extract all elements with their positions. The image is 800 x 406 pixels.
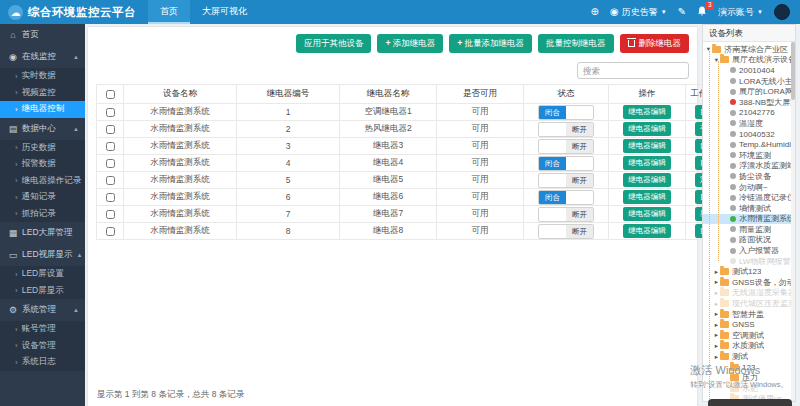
sidebar-subitem[interactable]: ›抓拍记录 xyxy=(0,206,85,223)
tree-node[interactable]: ▸GNSS设备，勿动勿改 xyxy=(703,277,795,288)
relay-state-toggle[interactable]: 断开 xyxy=(538,122,594,137)
apply-to-other-device-button[interactable]: 应用于其他设备 xyxy=(296,34,372,53)
notification-bell[interactable]: 3 xyxy=(697,6,707,19)
sidebar-subitem[interactable]: ›视频监控 xyxy=(0,85,85,102)
fullscreen-icon[interactable]: ⊕ xyxy=(591,7,599,17)
tree-toggle-icon[interactable]: ▸ xyxy=(713,331,720,339)
relay-state-toggle[interactable]: 闭合 xyxy=(538,190,594,205)
row-checkbox[interactable] xyxy=(106,176,115,185)
tree-node[interactable]: 扬尘设备 xyxy=(703,171,795,182)
tree-node[interactable]: 入户报警器 xyxy=(703,245,795,256)
tree-toggle-icon[interactable]: ▾ xyxy=(705,45,712,53)
relay-edit-button[interactable]: 继电器编辑 xyxy=(623,156,671,170)
sidebar-subitem[interactable]: ›继电器控制 xyxy=(0,101,85,118)
tree-toggle-icon[interactable]: ▸ xyxy=(713,310,720,318)
tree-node[interactable]: 墒情测试 xyxy=(703,203,795,214)
scrollbar-thumb[interactable] xyxy=(791,42,795,100)
tree-node[interactable]: 21042776 xyxy=(703,108,795,119)
relay-edit-button[interactable]: 继电器编辑 xyxy=(623,105,671,119)
tree-node[interactable]: ▸GNSS xyxy=(703,319,795,330)
sidebar-subitem[interactable]: ›通知记录 xyxy=(0,189,85,206)
tree-node[interactable]: 温湿度 xyxy=(703,118,795,129)
sidebar-subitem[interactable]: ›系统日志 xyxy=(0,354,85,371)
row-checkbox[interactable] xyxy=(106,193,115,202)
relay-edit-button[interactable]: 继电器编辑 xyxy=(623,139,671,153)
tree-node[interactable]: 路面状况 xyxy=(703,235,795,246)
relay-state-toggle[interactable]: 断开 xyxy=(538,139,594,154)
relay-state-toggle[interactable]: 断开 xyxy=(538,224,594,239)
tree-toggle-icon[interactable]: ▸ xyxy=(713,289,720,297)
sidebar-item-system-mgmt[interactable]: ⚙系统管理▲ xyxy=(0,299,85,321)
sidebar-subitem[interactable]: ›LED屏显示 xyxy=(0,283,85,300)
relay-edit-button[interactable]: 继电器编辑 xyxy=(623,190,671,204)
relay-edit-button[interactable]: 继电器编辑 xyxy=(623,207,671,221)
panel-scrollbar[interactable] xyxy=(791,42,795,401)
sidebar-subitem[interactable]: ›历史数据 xyxy=(0,140,85,157)
row-checkbox[interactable] xyxy=(106,125,115,134)
sidebar-subitem[interactable]: ›LED屏设置 xyxy=(0,266,85,283)
tree-node[interactable]: LW物联网报警器-1 xyxy=(703,256,795,267)
row-checkbox[interactable] xyxy=(106,142,115,151)
account-dropdown[interactable]: 演示账号 ▼ xyxy=(718,6,763,19)
tree-node[interactable]: 压力 xyxy=(703,372,795,383)
tree-node[interactable]: ▸现代城区压差监测小站（勿动） xyxy=(703,298,795,309)
relay-edit-button[interactable]: 继电器编辑 xyxy=(623,224,671,238)
tree-toggle-icon[interactable]: ▸ xyxy=(713,342,720,350)
tree-toggle-icon[interactable]: ▸ xyxy=(713,278,720,286)
tree-node[interactable]: 20010404 xyxy=(703,65,795,76)
tree-node[interactable]: 展厅的LORA网关 xyxy=(703,86,795,97)
tree-node[interactable]: 水雨情监测系统 xyxy=(703,214,795,225)
tree-node[interactable]: ▸无线温湿度采集器1-101 xyxy=(703,288,795,299)
tree-node[interactable]: 388-NB型大屏温湿度 xyxy=(703,97,795,108)
tree-toggle-icon[interactable]: ▸ xyxy=(713,353,720,361)
tree-node[interactable]: 雨量监测 xyxy=(703,224,795,235)
relay-state-toggle[interactable]: 闭合 xyxy=(538,156,594,171)
edit-icon[interactable]: ✎ xyxy=(678,7,686,17)
sidebar-subitem[interactable]: ›设备管理 xyxy=(0,338,85,355)
tree-node[interactable]: ▾展厅在线演示设备（勿动） xyxy=(703,55,795,66)
sidebar-item-led-display[interactable]: ▭LED视屏显示▲ xyxy=(0,244,85,266)
row-checkbox[interactable] xyxy=(106,210,115,219)
tree-toggle-icon[interactable]: ▸ xyxy=(713,268,720,276)
select-all-checkbox[interactable] xyxy=(106,90,115,99)
tree-node[interactable]: 浮漂水质监测站 xyxy=(703,161,795,172)
tree-node[interactable]: 123 xyxy=(703,362,795,373)
tree-node[interactable]: 勿动啊~ xyxy=(703,182,795,193)
relay-edit-button[interactable]: 继电器编辑 xyxy=(623,122,671,136)
sidebar-subitem[interactable]: ›报警数据 xyxy=(0,156,85,173)
sidebar-subitem[interactable]: ›继电器操作记录 xyxy=(0,173,85,190)
tree-node[interactable]: ▸测试123 xyxy=(703,266,795,277)
avatar[interactable] xyxy=(774,4,790,20)
tree-node[interactable]: LORA无线小主机 xyxy=(703,76,795,87)
add-relay-button[interactable]: +添加继电器 xyxy=(377,34,443,53)
sidebar-item-data-center[interactable]: ▤数据中心▲ xyxy=(0,118,85,140)
tree-toggle-icon[interactable]: ▾ xyxy=(713,56,720,64)
sidebar-subitem[interactable]: ›账号管理 xyxy=(0,321,85,338)
tree-toggle-icon[interactable]: ▸ xyxy=(713,321,720,329)
tree-toggle-icon[interactable]: ▸ xyxy=(713,300,720,308)
tree-node[interactable]: 冷链温度记录仪 xyxy=(703,192,795,203)
sidebar-item-led-screen-mgmt[interactable]: ▦LED大屏管理 xyxy=(0,222,85,244)
row-checkbox[interactable] xyxy=(106,108,115,117)
tree-node[interactable]: ▾济南某综合产业区 xyxy=(703,44,795,55)
tree-node[interactable]: 环境监测 xyxy=(703,150,795,161)
sidebar-item-home[interactable]: ⌂首页 xyxy=(0,24,85,46)
nav-item[interactable]: 大屏可视化 xyxy=(190,0,259,24)
relay-state-toggle[interactable]: 闭合 xyxy=(538,105,594,120)
sidebar-subitem[interactable]: ›实时数据 xyxy=(0,68,85,85)
tree-node[interactable]: ▸空调测试 xyxy=(703,330,795,341)
row-checkbox[interactable] xyxy=(106,227,115,236)
search-input[interactable] xyxy=(577,62,689,79)
relay-state-toggle[interactable]: 断开 xyxy=(538,173,594,188)
row-checkbox[interactable] xyxy=(106,159,115,168)
sidebar-item-online-monitor[interactable]: ◉在线监控▲ xyxy=(0,46,85,68)
relay-edit-button[interactable]: 继电器编辑 xyxy=(623,173,671,187)
relay-state-toggle[interactable]: 断开 xyxy=(538,207,594,222)
delete-relay-button[interactable]: 删除继电器 xyxy=(620,34,690,53)
tree-node[interactable]: ▸水质测试 xyxy=(703,341,795,352)
tree-node[interactable]: ▸测试 xyxy=(703,351,795,362)
tree-node[interactable]: ▸智慧井盖 xyxy=(703,309,795,320)
nav-item[interactable]: 首页 xyxy=(148,0,190,24)
tree-node[interactable]: Temp.&Humidity xyxy=(703,139,795,150)
tree-node[interactable]: 水肥 xyxy=(703,383,795,394)
